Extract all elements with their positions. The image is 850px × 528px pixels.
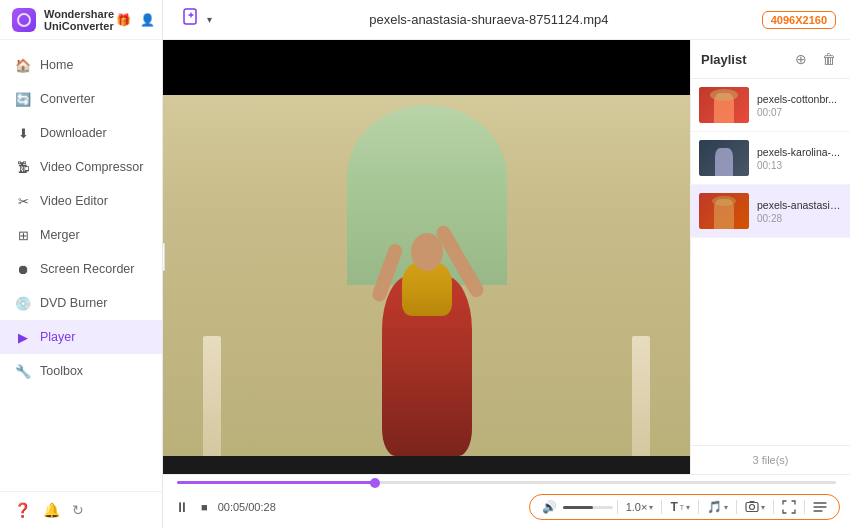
playlist-item[interactable]: pexels-anastasia... 00:28 <box>691 185 850 238</box>
screenshot-dropdown-arrow: ▾ <box>761 503 765 512</box>
sidebar-footer: ❓ 🔔 ↻ <box>0 491 162 528</box>
thumb-img-3 <box>699 193 749 229</box>
sidebar-item-player[interactable]: ▶ Player <box>0 320 162 354</box>
add-file-button[interactable]: ▾ <box>177 5 216 34</box>
dancer <box>362 226 492 456</box>
playlist-items: pexels-cottonbr... 00:07 pexels-karolina <box>691 79 850 445</box>
sidebar-item-video-editor[interactable]: ✂ Video Editor <box>0 184 162 218</box>
divider-1 <box>617 500 618 514</box>
playlist-item-info-1: pexels-cottonbr... 00:07 <box>757 93 842 118</box>
playlist-item-name-1: pexels-cottonbr... <box>757 93 842 105</box>
sidebar-item-video-compressor[interactable]: 🗜 Video Compressor <box>0 150 162 184</box>
divider-3 <box>698 500 699 514</box>
audio-dropdown-arrow: ▾ <box>724 503 728 512</box>
sidebar-nav: 🏠 Home 🔄 Converter ⬇ Downloader 🗜 Video … <box>0 40 162 491</box>
help-icon[interactable]: ❓ <box>14 502 31 518</box>
volume-control[interactable]: 🔊 <box>538 498 561 516</box>
volume-icon: 🔊 <box>542 500 557 514</box>
playlist-header: Playlist ⊕ 🗑 <box>691 40 850 79</box>
progress-knob[interactable] <box>370 478 380 488</box>
video-player[interactable]: ◁ <box>163 40 690 474</box>
caption-control[interactable]: T T ▾ <box>666 498 694 516</box>
time-display: 00:05/00:28 <box>218 501 276 513</box>
remove-from-playlist-button[interactable]: 🗑 <box>818 48 840 70</box>
bell-icon[interactable]: 🔔 <box>43 502 60 518</box>
sidebar-item-dvd-burner[interactable]: 💿 DVD Burner <box>0 286 162 320</box>
toolbox-icon: 🔧 <box>14 362 32 380</box>
playlist-item[interactable]: pexels-karolina-... 00:13 <box>691 132 850 185</box>
playlist-item-name-3: pexels-anastasia... <box>757 199 842 211</box>
sidebar-item-downloader[interactable]: ⬇ Downloader <box>0 116 162 150</box>
sidebar-label-dvd: DVD Burner <box>40 296 107 310</box>
playlist-count: 3 file(s) <box>691 445 850 474</box>
player-icon: ▶ <box>14 328 32 346</box>
thumb-img-1 <box>699 87 749 123</box>
user-icon[interactable]: 👤 <box>138 11 156 29</box>
sidebar-label-merger: Merger <box>40 228 80 242</box>
sidebar-item-screen-recorder[interactable]: ⏺ Screen Recorder <box>0 252 162 286</box>
video-area: ◁ Playlist ⊕ 🗑 <box>163 40 850 474</box>
sidebar-item-merger[interactable]: ⊞ Merger <box>0 218 162 252</box>
fullscreen-icon <box>782 500 796 514</box>
recorder-icon: ⏺ <box>14 260 32 278</box>
sidebar-label-converter: Converter <box>40 92 95 106</box>
speed-badge: 1.0× <box>626 501 648 513</box>
downloader-icon: ⬇ <box>14 124 32 142</box>
sidebar-label-recorder: Screen Recorder <box>40 262 135 276</box>
left-pillar <box>203 336 221 456</box>
playlist-item-duration-3: 00:28 <box>757 213 842 224</box>
volume-slider[interactable] <box>563 506 613 509</box>
screenshot-icon <box>745 500 759 514</box>
volume-slider-fill <box>563 506 593 509</box>
add-icon <box>181 7 203 32</box>
right-controls-group: 🔊 1.0× ▾ T T ▾ <box>529 494 840 520</box>
add-to-playlist-button[interactable]: ⊕ <box>790 48 812 70</box>
playlist-item-duration-2: 00:13 <box>757 160 842 171</box>
home-icon: 🏠 <box>14 56 32 74</box>
divider-5 <box>773 500 774 514</box>
sidebar: Wondershare UniConverter 🎁 👤 ☰ ─ □ ✕ 🏠 H… <box>0 0 163 528</box>
playlist-title: Playlist <box>701 52 784 67</box>
playlist-panel: Playlist ⊕ 🗑 pexels-cott <box>690 40 850 474</box>
playlist-thumb-1 <box>699 87 749 123</box>
sidebar-label-home: Home <box>40 58 73 72</box>
sidebar-item-home[interactable]: 🏠 Home <box>0 48 162 82</box>
playlist-item-info-2: pexels-karolina-... 00:13 <box>757 146 842 171</box>
sidebar-item-toolbox[interactable]: 🔧 Toolbox <box>0 354 162 388</box>
dvd-icon: 💿 <box>14 294 32 312</box>
playlist-item-duration-1: 00:07 <box>757 107 842 118</box>
svg-rect-1 <box>746 503 758 512</box>
svg-point-2 <box>750 505 755 510</box>
converter-icon: 🔄 <box>14 90 32 108</box>
gift-icon[interactable]: 🎁 <box>114 11 132 29</box>
fullscreen-control[interactable] <box>778 498 800 516</box>
sidebar-item-converter[interactable]: 🔄 Converter <box>0 82 162 116</box>
stop-button[interactable]: ■ <box>199 499 210 515</box>
pause-button[interactable]: ⏸ <box>173 497 191 517</box>
sidebar-label-toolbox: Toolbox <box>40 364 83 378</box>
topbar: ▾ pexels-anastasia-shuraeva-8751124.mp4 … <box>163 0 850 40</box>
svg-rect-0 <box>184 9 196 24</box>
add-btn-dropdown-arrow: ▾ <box>207 14 212 25</box>
playlist-thumb-3 <box>699 193 749 229</box>
video-frame: ◁ <box>163 40 690 474</box>
screenshot-control[interactable]: ▾ <box>741 498 769 516</box>
speed-control[interactable]: 1.0× ▾ <box>622 499 658 515</box>
sidebar-label-editor: Video Editor <box>40 194 108 208</box>
refresh-icon[interactable]: ↻ <box>72 502 84 518</box>
app-title: Wondershare UniConverter <box>44 8 114 32</box>
pause-icon: ⏸ <box>175 499 189 515</box>
main-content: ▾ pexels-anastasia-shuraeva-8751124.mp4 … <box>163 0 850 528</box>
add-file-icon <box>181 7 203 29</box>
svg-rect-3 <box>750 501 755 503</box>
playlist-item[interactable]: pexels-cottonbr... 00:07 <box>691 79 850 132</box>
video-black-bottom <box>163 456 690 474</box>
progress-bar-background[interactable] <box>177 481 836 484</box>
controls-area: ⏸ ■ 00:05/00:28 🔊 1.0× ▾ <box>163 474 850 528</box>
progress-bar-wrap[interactable] <box>173 475 840 486</box>
audio-control[interactable]: 🎵 ▾ <box>703 498 732 516</box>
playlist-toggle-control[interactable] <box>809 499 831 515</box>
collapse-playlist-button[interactable]: ◁ <box>163 243 165 271</box>
playlist-toggle-icon <box>813 501 827 513</box>
divider-4 <box>736 500 737 514</box>
